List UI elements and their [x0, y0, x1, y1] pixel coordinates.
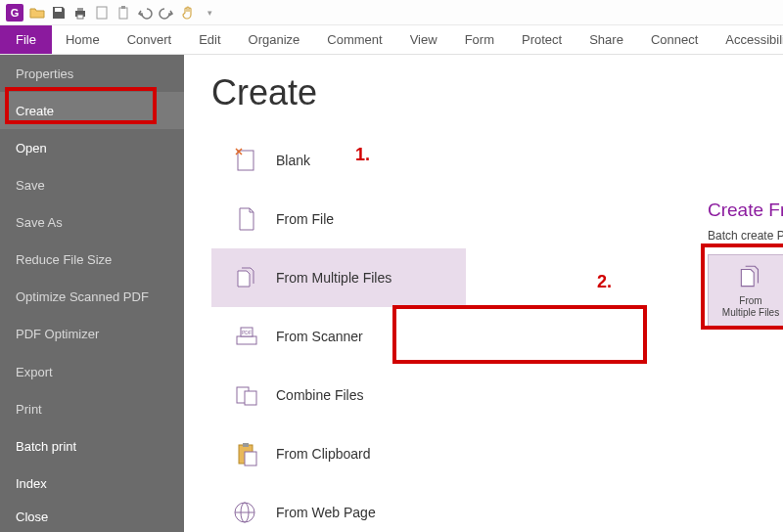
svg-rect-12 — [245, 391, 256, 405]
globe-icon — [233, 499, 260, 526]
right-panel-title: Create From Multiple Files — [708, 200, 783, 221]
right-detail-panel: Create From Multiple Files Batch create … — [708, 200, 783, 327]
create-item-from-file[interactable]: From File — [211, 190, 466, 248]
page-title: Create — [211, 72, 783, 113]
svg-rect-8 — [237, 336, 256, 344]
tab-view[interactable]: View — [396, 25, 451, 54]
app-logo-icon: G — [6, 4, 23, 22]
annotation-label-1: 1. — [355, 145, 370, 165]
scanner-icon: PDF — [233, 323, 260, 350]
save-icon[interactable] — [51, 5, 67, 21]
tab-file[interactable]: File — [0, 25, 52, 54]
open-folder-icon[interactable] — [29, 5, 45, 21]
from-file-icon — [233, 205, 260, 233]
dropdown-caret-icon[interactable]: ▾ — [202, 5, 217, 21]
svg-rect-6 — [121, 6, 125, 9]
create-item-label: Combine Files — [276, 387, 363, 403]
create-options-list: Blank From File From Multiple Files PDF … — [211, 131, 466, 532]
tab-home[interactable]: Home — [52, 25, 114, 54]
print-icon[interactable] — [72, 5, 88, 21]
sidebar-item-print[interactable]: Print — [0, 390, 184, 427]
sidebar-item-pdf-optimizer[interactable]: PDF Optimizer — [0, 316, 184, 353]
sidebar-item-save[interactable]: Save — [0, 166, 184, 203]
tile-label: From Multiple Files — [722, 295, 779, 319]
multiple-files-icon — [736, 262, 765, 291]
tab-protect[interactable]: Protect — [508, 25, 576, 54]
sidebar-item-save-as[interactable]: Save As — [0, 204, 184, 242]
tab-comment[interactable]: Comment — [313, 25, 395, 54]
blank-doc-icon — [233, 147, 260, 174]
sidebar-item-create[interactable]: Create — [0, 92, 184, 129]
sidebar-item-batch-print[interactable]: Batch print — [0, 427, 184, 465]
main-content: 1. Create Blank From File From Multiple … — [184, 55, 783, 532]
redo-icon[interactable] — [159, 5, 174, 21]
create-item-blank[interactable]: Blank — [211, 131, 466, 190]
svg-rect-14 — [243, 443, 249, 447]
multiple-files-icon — [233, 264, 260, 291]
sidebar-item-index[interactable]: Index — [0, 465, 184, 502]
sidebar-item-reduce-file-size[interactable]: Reduce File Size — [0, 242, 184, 279]
create-item-label: From Multiple Files — [276, 270, 392, 286]
blank-page-icon[interactable] — [94, 5, 110, 21]
tile-from-multiple-files[interactable]: From Multiple Files — [708, 254, 783, 327]
create-item-from-web-page[interactable]: From Web Page — [211, 483, 466, 532]
create-item-label: From File — [276, 211, 334, 227]
clipboard-icon[interactable] — [115, 5, 131, 21]
svg-text:PDF: PDF — [242, 330, 252, 335]
ribbon-tabs: File Home Convert Edit Organize Comment … — [0, 25, 783, 55]
create-item-label: From Clipboard — [276, 446, 370, 462]
sidebar-item-close[interactable]: Close — [0, 503, 184, 533]
svg-rect-4 — [97, 7, 107, 19]
svg-rect-2 — [77, 8, 83, 11]
create-item-from-multiple-files[interactable]: From Multiple Files — [211, 248, 466, 307]
tab-form[interactable]: Form — [451, 25, 508, 54]
file-menu-sidebar: Properties Create Open Save Save As Redu… — [0, 55, 184, 532]
right-panel-subtitle: Batch create PDF documents from multiple… — [708, 229, 783, 243]
sidebar-item-properties[interactable]: Properties — [0, 55, 184, 92]
annotation-label-2: 2. — [597, 272, 612, 292]
tab-accessibility[interactable]: Accessibility — [712, 25, 783, 54]
sidebar-item-open[interactable]: Open — [0, 129, 184, 166]
svg-rect-5 — [119, 8, 127, 19]
sidebar-item-export[interactable]: Export — [0, 353, 184, 390]
combine-files-icon — [233, 381, 260, 409]
create-item-label: From Web Page — [276, 505, 376, 520]
create-item-label: From Scanner — [276, 329, 363, 344]
tab-connect[interactable]: Connect — [637, 25, 712, 54]
tab-share[interactable]: Share — [576, 25, 637, 54]
clipboard-doc-icon — [233, 440, 260, 467]
create-item-from-scanner[interactable]: PDF From Scanner — [211, 307, 466, 366]
tab-organize[interactable]: Organize — [235, 25, 314, 54]
quick-access-toolbar: G ▾ — [0, 0, 783, 25]
tab-convert[interactable]: Convert — [114, 25, 186, 54]
create-item-label: Blank — [276, 153, 310, 168]
create-item-combine-files[interactable]: Combine Files — [211, 366, 466, 424]
svg-rect-3 — [77, 15, 83, 19]
svg-rect-0 — [55, 8, 62, 12]
undo-icon[interactable] — [137, 5, 153, 21]
hand-tool-icon[interactable] — [180, 5, 196, 21]
tab-edit[interactable]: Edit — [185, 25, 234, 54]
sidebar-item-optimize-scanned-pdf[interactable]: Optimize Scanned PDF — [0, 279, 184, 316]
create-item-from-clipboard[interactable]: From Clipboard — [211, 424, 466, 483]
svg-rect-15 — [245, 452, 256, 466]
